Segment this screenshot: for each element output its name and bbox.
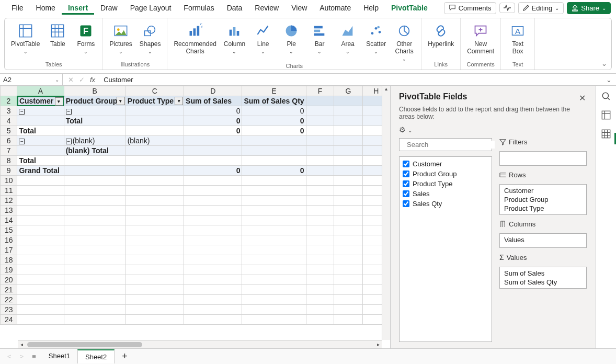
field-product-type[interactable]: Product Type [403,180,488,188]
close-panel-button[interactable]: ✕ [579,93,586,103]
cell-E5[interactable]: 0 [242,126,306,136]
row-header-13[interactable]: 13 [1,206,17,215]
pie-button[interactable]: Pie⌄ [279,20,304,55]
cell-D17[interactable] [184,245,242,255]
cell-A15[interactable] [17,225,64,235]
hyperlink-button[interactable]: Hyperlink [426,20,456,48]
cell-A12[interactable] [17,196,64,206]
cell-F14[interactable] [306,215,334,225]
cell-F4[interactable] [306,116,334,126]
cell-B7[interactable]: (blank) Total [64,146,126,156]
area-item[interactable]: Customer [504,187,582,195]
line-button[interactable]: Line⌄ [250,20,276,55]
cell-C16[interactable] [126,235,184,245]
cell-E13[interactable] [242,206,306,215]
cell-C7[interactable] [126,146,184,156]
cell-D10[interactable] [184,176,242,186]
scroll-left-arrow[interactable]: ◂ [18,342,25,347]
cell-C19[interactable] [126,265,184,275]
cell-G4[interactable] [334,116,362,126]
cell-B4[interactable]: Total [64,116,126,126]
panel-settings-button[interactable]: ⚙ ⌄ [399,126,587,134]
cell-D23[interactable] [184,305,242,315]
collapse-icon[interactable]: − [19,109,25,115]
cell-C9[interactable] [126,166,184,176]
cell-B8[interactable] [64,156,126,166]
cell-C10[interactable] [126,176,184,186]
sheet-tab-sheet1[interactable]: Sheet1 [41,349,77,363]
fx-icon[interactable]: fx [90,76,95,84]
pivottable-button[interactable]: PivotTable⌄ [9,20,42,55]
cell-A9[interactable]: Grand Total [17,166,64,176]
menu-file[interactable]: File [5,1,30,15]
table-rail-button[interactable] [600,128,612,140]
cell-D4[interactable]: 0 [184,116,242,126]
cell-D22[interactable] [184,295,242,305]
cell-B22[interactable] [64,295,126,305]
area-item[interactable]: Values [504,236,582,244]
cell-A20[interactable] [17,275,64,285]
cell-B6[interactable]: −(blank) [64,136,126,146]
menu-data[interactable]: Data [221,1,249,15]
cell-C15[interactable] [126,225,184,235]
cell-C23[interactable] [126,305,184,315]
row-header-5[interactable]: 5 [1,126,17,136]
cell-G21[interactable] [334,285,362,295]
row-header-12[interactable]: 12 [1,196,17,206]
cell-D2[interactable]: Sum of Sales [184,96,242,106]
row-header-24[interactable]: 24 [1,315,17,325]
cell-E2[interactable]: Sum of Sales Qty [242,96,306,106]
cell-G2[interactable] [334,96,362,106]
cell-F3[interactable] [306,106,334,116]
field-checkbox[interactable] [403,161,409,167]
cell-D24[interactable] [184,315,242,325]
cell-F7[interactable] [306,146,334,156]
cell-D15[interactable] [184,225,242,235]
cell-E24[interactable] [242,315,306,325]
spreadsheet-grid[interactable]: ABCDEFGH2Customer▾Product Group▾Product … [0,86,390,348]
row-header-16[interactable]: 16 [1,235,17,245]
col-header-E[interactable]: E [242,86,306,96]
ribbon-collapse-chevron[interactable]: ⌄ [601,60,607,67]
field-search-box[interactable] [399,138,492,151]
cell-E16[interactable] [242,235,306,245]
cell-G5[interactable] [334,126,362,136]
cell-G20[interactable] [334,275,362,285]
row-header-11[interactable]: 11 [1,186,17,196]
cell-B18[interactable] [64,255,126,265]
column-button[interactable]: Column⌄ [222,20,247,55]
cell-F2[interactable] [306,96,334,106]
row-header-8[interactable]: 8 [1,156,17,166]
cell-A10[interactable] [17,176,64,186]
menu-automate[interactable]: Automate [313,1,357,15]
cell-E9[interactable]: 0 [242,166,306,176]
cell-A22[interactable] [17,295,64,305]
row-header-9[interactable]: 9 [1,166,17,176]
area-item[interactable]: Product Type [504,204,582,212]
field-sales[interactable]: Sales [403,190,488,198]
cell-G10[interactable] [334,176,362,186]
cell-C11[interactable] [126,186,184,196]
cell-F13[interactable] [306,206,334,215]
cell-B13[interactable] [64,206,126,215]
cell-B16[interactable] [64,235,126,245]
cell-G8[interactable] [334,156,362,166]
field-list[interactable]: Customer Product Group Product Type Sale… [399,156,492,342]
cell-G12[interactable] [334,196,362,206]
field-customer[interactable]: Customer [403,160,488,168]
cell-B24[interactable] [64,315,126,325]
shapes-button[interactable]: Shapes⌄ [138,20,163,55]
cell-C21[interactable] [126,285,184,295]
cell-B15[interactable] [64,225,126,235]
area-item[interactable]: Sum of Sales [504,269,582,277]
cell-G3[interactable] [334,106,362,116]
cell-A13[interactable] [17,206,64,215]
field-product-group[interactable]: Product Group [403,170,488,178]
cell-C8[interactable] [126,156,184,166]
menu-review[interactable]: Review [248,1,285,15]
cell-A17[interactable] [17,245,64,255]
filter-dropdown-icon[interactable]: ▾ [55,97,63,106]
cell-C14[interactable] [126,215,184,225]
forms-button[interactable]: FForms⌄ [73,20,98,55]
cell-D8[interactable] [184,156,242,166]
